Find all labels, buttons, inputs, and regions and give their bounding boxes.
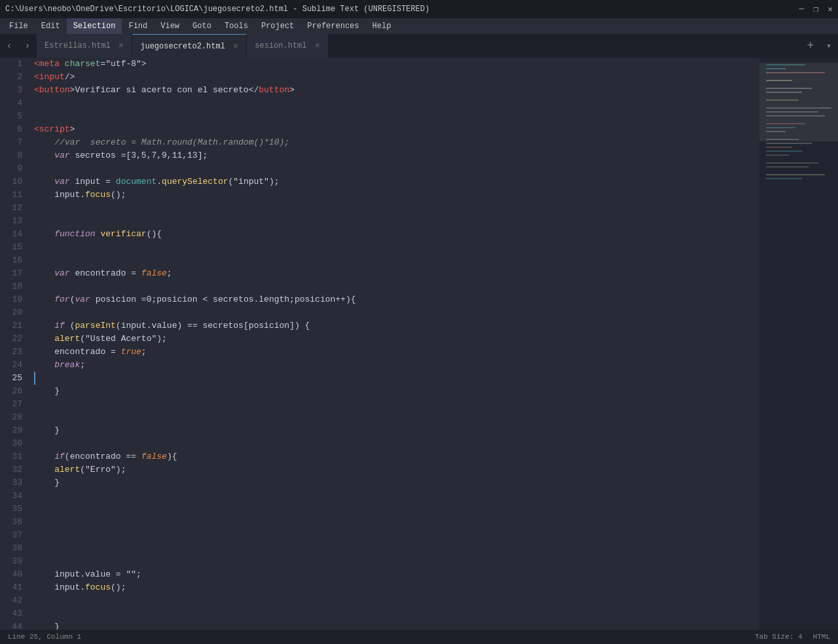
tab-close[interactable]: × [233, 41, 238, 52]
tab-bar: ‹ › Estrellas.html×juegosecreto2.html×se… [0, 34, 838, 58]
code-line-32: alert("Erro"); [34, 463, 759, 476]
token-method: document [116, 175, 156, 188]
line-number-31: 31 [7, 450, 22, 463]
token-plain: } [34, 385, 60, 398]
code-line-27 [34, 398, 759, 411]
token-plain: >Verificar si acerto con el secreto</ [70, 84, 259, 97]
token-plain: (encontrado == [65, 450, 141, 463]
maximize-button[interactable]: ❐ [813, 4, 818, 14]
line-number-5: 5 [7, 110, 22, 123]
token-plain: input.value = ""; [34, 568, 141, 581]
tab-add-button[interactable]: + [801, 34, 820, 58]
code-line-42 [34, 594, 759, 607]
line-number-37: 37 [7, 529, 22, 542]
code-line-9 [34, 162, 759, 175]
line-number-39: 39 [7, 555, 22, 568]
token-plain: posicion =0;posicion < secretos.length;p… [90, 293, 356, 306]
tab-label: juegosecreto2.html [140, 42, 225, 51]
tab-close[interactable]: × [314, 41, 319, 51]
code-line-37 [34, 529, 759, 542]
svg-rect-15 [766, 147, 792, 148]
token-kw: var [54, 175, 69, 188]
menu-item-file[interactable]: File [3, 18, 35, 34]
token-plain: ("input"); [228, 175, 280, 188]
token-plain [34, 267, 54, 280]
tab-0[interactable]: Estrellas.html× [37, 34, 132, 58]
token-plain [60, 58, 65, 71]
line-number-43: 43 [7, 607, 22, 620]
menu-item-help[interactable]: Help [366, 18, 398, 34]
token-fn: alert [54, 463, 80, 476]
close-button[interactable]: ✕ [828, 4, 833, 14]
token-plain: } [34, 476, 60, 490]
line-number-16: 16 [7, 254, 22, 267]
line-number-35: 35 [7, 503, 22, 516]
tab-size[interactable]: Tab Size: 4 [755, 633, 803, 641]
token-plain: input. [34, 188, 85, 202]
line-number-28: 28 [7, 411, 22, 424]
minimap-viewport [759, 63, 838, 141]
menu-item-view[interactable]: View [154, 18, 186, 34]
code-line-11: input.focus(); [34, 188, 759, 202]
code-line-41: input.focus(); [34, 581, 759, 594]
code-area[interactable]: 1234567891011121314151617181920212223242… [0, 58, 759, 630]
line-number-40: 40 [7, 568, 22, 581]
token-fn: focus [85, 581, 111, 594]
menu-item-edit[interactable]: Edit [35, 18, 67, 34]
line-number-8: 8 [7, 149, 22, 162]
code-content[interactable]: <meta charset="utf-8"><input/><button>Ve… [29, 58, 759, 630]
svg-rect-14 [766, 143, 812, 144]
token-plain: > [289, 84, 295, 97]
token-kw: var [75, 293, 90, 306]
minimize-button[interactable]: — [799, 4, 805, 14]
token-plain [34, 293, 54, 306]
line-number-12: 12 [7, 202, 22, 215]
line-number-24: 24 [7, 359, 22, 372]
tab-next-button[interactable]: › [18, 34, 37, 58]
line-number-20: 20 [7, 306, 22, 319]
token-kw: break [54, 359, 80, 372]
token-tag: <input [34, 71, 65, 84]
token-plain [34, 175, 54, 188]
line-number-44: 44 [7, 620, 22, 630]
line-number-30: 30 [7, 437, 22, 450]
line-number-41: 41 [7, 581, 22, 594]
code-line-13 [34, 215, 759, 228]
menu-item-goto[interactable]: Goto [186, 18, 218, 34]
line-number-42: 42 [7, 594, 22, 607]
language-mode[interactable]: HTML [813, 633, 830, 641]
token-tag: <meta [34, 58, 60, 71]
menu-item-project[interactable]: Project [255, 18, 301, 34]
token-plain: /> [65, 71, 75, 84]
menu-item-tools[interactable]: Tools [218, 18, 255, 34]
line-numbers: 1234567891011121314151617181920212223242… [0, 58, 29, 630]
line-number-22: 22 [7, 332, 22, 346]
token-fn: focus [85, 188, 111, 202]
token-fn: querySelector [162, 175, 228, 188]
token-fn: alert [54, 332, 80, 346]
window-controls: — ❐ ✕ [799, 4, 833, 14]
svg-rect-18 [766, 162, 818, 164]
tab-2[interactable]: sesion.html× [247, 34, 329, 58]
svg-rect-17 [766, 154, 789, 156]
token-plain: . [156, 175, 162, 188]
menu-item-find[interactable]: Find [122, 18, 154, 34]
menu-bar: FileEditSelectionFindViewGotoToolsProjec… [0, 18, 838, 34]
title-bar: C:\Users\neobo\OneDrive\Escritorio\LOGIC… [0, 0, 838, 18]
menu-item-selection[interactable]: Selection [67, 18, 122, 34]
code-line-40: input.value = ""; [34, 568, 759, 581]
menu-item-preferences[interactable]: Preferences [301, 18, 365, 34]
code-line-33: } [34, 476, 759, 490]
line-number-17: 17 [7, 267, 22, 280]
tab-close[interactable]: × [118, 41, 124, 51]
code-line-39 [34, 555, 759, 568]
token-plain: ; [141, 346, 147, 359]
token-plain: ; [80, 359, 85, 372]
svg-rect-20 [766, 174, 825, 175]
line-number-27: 27 [7, 398, 22, 411]
tab-prev-button[interactable]: ‹ [0, 34, 18, 58]
status-left: Line 25, Column 1 [8, 633, 81, 641]
tab-list-button[interactable]: ▾ [820, 34, 838, 58]
tab-1[interactable]: juegosecreto2.html× [132, 34, 247, 58]
line-number-6: 6 [7, 123, 22, 136]
